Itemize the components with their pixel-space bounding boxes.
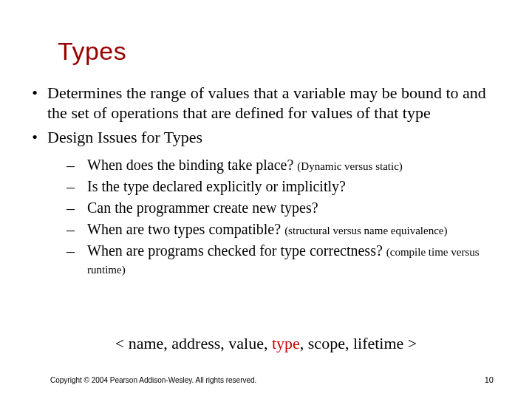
sub-main: When are programs checked for type corre… bbox=[87, 242, 386, 259]
sub-main: When are two types compatible? bbox=[87, 221, 284, 237]
sub-main: Can the programmer create new types? bbox=[87, 200, 318, 216]
bullet-dash-icon: – bbox=[66, 156, 87, 176]
sub-main: Is the type declared explicitly or impli… bbox=[87, 178, 346, 194]
sub-note: (Dynamic versus static) bbox=[297, 160, 402, 172]
sub-bullet-text: When are programs checked for type corre… bbox=[87, 242, 510, 278]
tuple-open: < bbox=[115, 334, 129, 352]
indent bbox=[22, 199, 66, 219]
bullet-level2: – When are two types compatible? (struct… bbox=[22, 220, 510, 240]
sub-bullet-text: Is the type declared explicitly or impli… bbox=[87, 177, 510, 197]
copyright-footer: Copyright © 2004 Pearson Addison-Wesley.… bbox=[50, 376, 256, 384]
attribute-tuple: < name, address, value, type, scope, lif… bbox=[0, 334, 532, 353]
bullet-dot-icon: • bbox=[22, 128, 47, 148]
slide-title: Types bbox=[22, 0, 510, 66]
bullet-text: Determines the range of values that a va… bbox=[47, 83, 510, 123]
slide: Types • Determines the range of values t… bbox=[0, 0, 532, 399]
tuple-highlight: type bbox=[272, 334, 300, 352]
bullet-dash-icon: – bbox=[66, 199, 87, 219]
bullet-level2: – Can the programmer create new types? bbox=[22, 199, 510, 219]
sub-bullet-text: When are two types compatible? (structur… bbox=[87, 220, 510, 240]
sub-note: (structural versus name equivalence) bbox=[284, 225, 447, 236]
sub-bullet-text: When does the binding take place? (Dynam… bbox=[87, 156, 510, 176]
bullet-dash-icon: – bbox=[66, 242, 87, 278]
indent bbox=[22, 220, 66, 240]
slide-body: • Determines the range of values that a … bbox=[22, 83, 510, 278]
sub-main: When does the binding take place? bbox=[87, 157, 297, 173]
bullet-level1: • Design Issues for Types bbox=[22, 128, 510, 148]
bullet-level2: – When are programs checked for type cor… bbox=[22, 242, 510, 278]
bullet-level2: – Is the type declared explicitly or imp… bbox=[22, 177, 510, 197]
sub-bullet-text: Can the programmer create new types? bbox=[87, 199, 510, 219]
indent bbox=[22, 156, 66, 176]
tuple-close: > bbox=[408, 334, 417, 352]
tuple-part2: , scope, lifetime bbox=[300, 334, 408, 352]
bullet-dash-icon: – bbox=[66, 220, 87, 240]
indent bbox=[22, 177, 66, 197]
indent bbox=[22, 242, 66, 278]
spacer bbox=[22, 147, 510, 154]
bullet-dot-icon: • bbox=[22, 83, 47, 123]
tuple-part1: name, address, value, bbox=[129, 334, 272, 352]
bullet-text: Design Issues for Types bbox=[47, 128, 510, 148]
bullet-dash-icon: – bbox=[66, 177, 87, 197]
bullet-level1: • Determines the range of values that a … bbox=[22, 83, 510, 123]
page-number: 10 bbox=[485, 375, 494, 384]
bullet-level2: – When does the binding take place? (Dyn… bbox=[22, 156, 510, 176]
